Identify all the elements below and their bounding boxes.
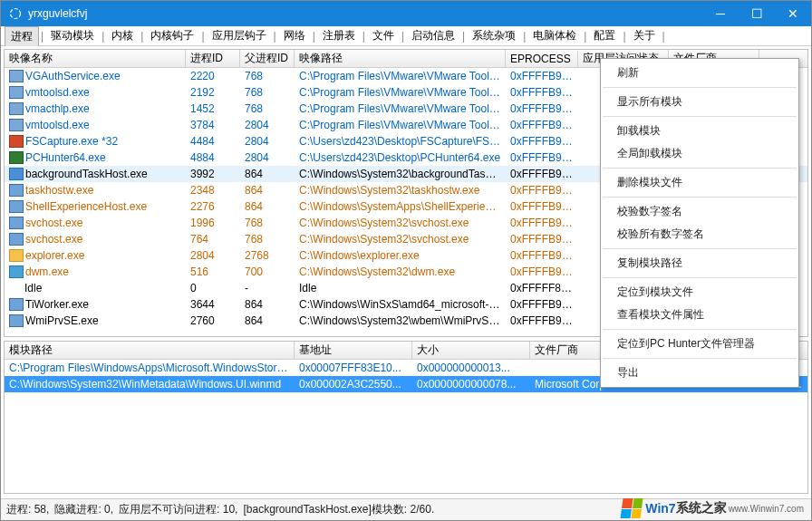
statusbar: 进程: 58, 隐藏进程: 0, 应用层不可访问进程: 10, [backgro…	[1, 498, 811, 520]
context-menu-item[interactable]: 校验数字签名	[601, 200, 798, 223]
column-header[interactable]: 映像名称	[5, 49, 186, 68]
minimize-button[interactable]: ─	[702, 1, 739, 26]
column-header[interactable]: 基地址	[295, 341, 412, 360]
menu-tab[interactable]: 内核	[106, 26, 139, 45]
menu-tab[interactable]: 配置	[588, 26, 621, 45]
menu-tab[interactable]: 启动信息	[406, 26, 460, 45]
context-menu-item[interactable]: 校验所有数字签名	[601, 223, 798, 246]
process-icon	[9, 200, 24, 213]
status-hidden-label: 隐藏进程:	[54, 503, 101, 516]
menu-tab[interactable]: 系统杂项	[467, 26, 521, 45]
process-icon	[9, 151, 24, 164]
status-proc-val: 58,	[34, 503, 50, 516]
context-menu-item[interactable]: 卸载模块	[601, 120, 798, 142]
status-proc-label: 进程:	[6, 503, 31, 516]
menu-tab[interactable]: 关于	[628, 26, 661, 45]
context-menu-item[interactable]: 刷新	[601, 62, 798, 84]
process-icon	[9, 217, 24, 229]
column-header[interactable]: EPROCESS	[506, 51, 578, 67]
menubar: 进程|驱动模块|内核|内核钩子|应用层钩子|网络|注册表|文件|启动信息|系统杂…	[1, 26, 811, 46]
context-menu-item[interactable]: 查看模块文件属性	[601, 304, 798, 326]
column-header[interactable]: 大小	[412, 341, 530, 360]
process-icon	[9, 135, 24, 148]
windows-flag-icon	[621, 498, 643, 518]
process-icon	[9, 233, 24, 246]
menu-tab[interactable]: 驱动模块	[45, 26, 100, 45]
status-hidden-val: 0,	[104, 503, 113, 516]
context-menu-item[interactable]: 全局卸载模块	[601, 142, 798, 165]
column-header[interactable]: 映像路径	[295, 49, 506, 68]
app-icon	[8, 6, 23, 21]
process-icon	[9, 86, 24, 99]
window-title: yrxguvlelcfvj	[28, 7, 702, 20]
process-icon	[9, 119, 24, 131]
close-button[interactable]: ✕	[775, 1, 811, 26]
status-mod-val: 2/60.	[411, 503, 435, 516]
menu-tab[interactable]: 文件	[367, 26, 400, 45]
menu-tab[interactable]: 电脑体检	[527, 26, 582, 45]
context-menu-item[interactable]: 定位到PC Hunter文件管理器	[601, 333, 798, 355]
process-icon	[9, 102, 24, 115]
process-icon	[9, 168, 24, 180]
column-header[interactable]: 父进程ID	[240, 49, 295, 68]
watermark-logo: Win7系统之家 www.Winwin7.com	[622, 498, 804, 518]
titlebar: yrxguvlelcfvj ─ ☐ ✕	[1, 1, 811, 26]
process-icon	[9, 184, 24, 197]
status-inacc-val: 10,	[223, 503, 238, 516]
context-menu-item[interactable]: 复制模块路径	[601, 252, 798, 275]
context-menu-item[interactable]: 删除模块文件	[601, 171, 798, 194]
menu-tab[interactable]: 应用层钩子	[207, 26, 272, 45]
context-menu[interactable]: 刷新显示所有模块卸载模块全局卸载模块删除模块文件校验数字签名校验所有数字签名复制…	[600, 58, 799, 388]
column-header[interactable]: 模块路径	[5, 341, 295, 360]
process-icon	[9, 298, 24, 311]
context-menu-item[interactable]: 导出	[601, 362, 798, 384]
svg-point-0	[11, 9, 21, 19]
menu-tab[interactable]: 进程	[5, 26, 39, 46]
context-menu-item[interactable]: 定位到模块文件	[601, 281, 798, 304]
process-icon	[9, 265, 24, 278]
context-menu-item[interactable]: 显示所有模块	[601, 91, 798, 113]
status-mod-label: [backgroundTaskHost.exe]模块数:	[243, 503, 407, 516]
column-header[interactable]: 进程ID	[186, 49, 240, 68]
maximize-button[interactable]: ☐	[739, 1, 775, 26]
menu-tab[interactable]: 内核钩子	[145, 26, 199, 45]
menu-tab[interactable]: 注册表	[317, 26, 361, 45]
menu-tab[interactable]: 网络	[278, 26, 311, 45]
process-icon	[9, 249, 24, 262]
process-icon	[9, 314, 24, 327]
process-icon	[9, 70, 24, 82]
status-inacc-label: 应用层不可访问进程:	[119, 503, 219, 516]
